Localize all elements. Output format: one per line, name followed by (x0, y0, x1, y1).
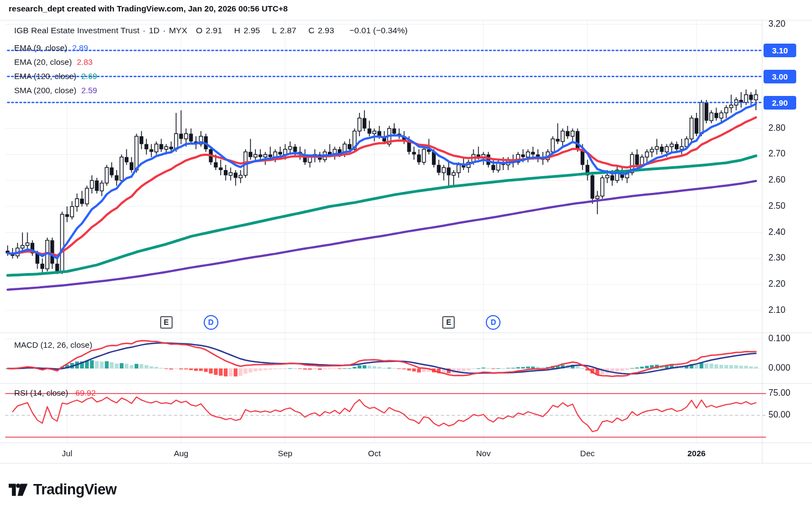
tradingview-chart-page: research_dept created with TradingView.c… (0, 0, 812, 514)
indicator-legend-row[interactable]: EMA (20, close)2.83 (14, 57, 97, 71)
tradingview-logo-icon (8, 480, 28, 499)
price-axis-label: 2.70 (768, 149, 785, 159)
earnings-marker[interactable]: E (442, 316, 455, 329)
rsi-axis-label: 75.00 (768, 388, 790, 398)
dividend-marker[interactable]: D (204, 315, 218, 330)
price-line-badge[interactable]: 3.10 (764, 44, 796, 57)
separator-dot: · (143, 26, 145, 35)
macd-axis-label: 0.100 (768, 334, 790, 343)
price-axis-label: 2.60 (768, 175, 785, 185)
price-axis-label: 2.80 (768, 123, 785, 133)
time-axis-label: Dec (571, 449, 604, 458)
chart-canvas[interactable] (0, 0, 812, 514)
macd-legend-label: MACD (12, 26, close) (14, 340, 92, 349)
change-value: −0.01 (−0.34%) (350, 26, 408, 35)
rsi-legend[interactable]: RSI (14, close) 69.92 (14, 388, 96, 397)
indicator-value: 2.69 (81, 71, 97, 81)
indicator-label: SMA (200, close) (14, 86, 76, 95)
symbol-name[interactable]: IGB Real Estate Investment Trust (14, 26, 139, 35)
exchange: MYX (169, 26, 187, 35)
indicator-value: 2.89 (72, 43, 88, 52)
symbol-bar[interactable]: IGB Real Estate Investment Trust·1D·MYXO… (14, 26, 411, 35)
rsi-current-value: 69.92 (75, 388, 96, 397)
indicator-label: EMA (9, close) (14, 43, 68, 52)
indicator-value: 2.59 (81, 86, 97, 95)
indicator-label: EMA (120, close) (14, 71, 76, 81)
macd-axis-label: 0.000 (768, 363, 790, 373)
macd-legend[interactable]: MACD (12, 26, close) (14, 340, 92, 349)
price-axis-label: 2.40 (768, 227, 785, 237)
time-axis-label: 2026 (680, 449, 713, 458)
time-axis-label: Aug (165, 449, 198, 458)
price-axis-label: 2.20 (768, 279, 785, 289)
tradingview-logo-text: TradingView (33, 481, 117, 498)
price-line-badge[interactable]: 3.00 (764, 70, 796, 83)
ohlc-value-o: O2.91 (196, 26, 225, 35)
indicator-legend-row[interactable]: EMA (120, close)2.69 (14, 71, 97, 86)
ohlc-value-h: H2.95 (234, 26, 263, 35)
tradingview-logo[interactable]: TradingView (8, 479, 117, 500)
time-axis-label: Sep (269, 449, 302, 458)
ohlc-value-l: L2.87 (272, 26, 300, 35)
rsi-legend-label: RSI (14, close) (14, 388, 68, 397)
indicator-label: EMA (20, close) (14, 57, 72, 66)
time-axis-label: Jul (51, 449, 83, 458)
overlay-indicator-legend: EMA (9, close)2.89EMA (20, close)2.83EMA… (14, 43, 97, 100)
timeframe[interactable]: 1D (149, 26, 160, 35)
ohlc-value-c: C2.93 (308, 26, 337, 35)
price-axis-label: 2.50 (768, 201, 785, 211)
price-axis-label: 2.10 (768, 305, 785, 315)
separator-dot: · (163, 26, 166, 35)
time-axis-label: Oct (358, 449, 390, 458)
price-axis-label: 2.30 (768, 253, 785, 263)
earnings-marker[interactable]: E (160, 316, 173, 329)
price-axis-label: 3.20 (768, 19, 785, 29)
credit-line: research_dept created with TradingView.c… (9, 4, 288, 13)
indicator-value: 2.83 (77, 57, 93, 66)
ohlc-values: O2.91H2.95L2.87C2.93 (191, 26, 341, 35)
time-axis-label: Nov (467, 449, 500, 458)
indicator-legend-row[interactable]: SMA (200, close)2.59 (14, 86, 97, 100)
price-line-badge[interactable]: 2.90 (764, 96, 796, 110)
indicator-legend-row[interactable]: EMA (9, close)2.89 (14, 43, 97, 57)
rsi-axis-label: 50.00 (768, 410, 790, 420)
